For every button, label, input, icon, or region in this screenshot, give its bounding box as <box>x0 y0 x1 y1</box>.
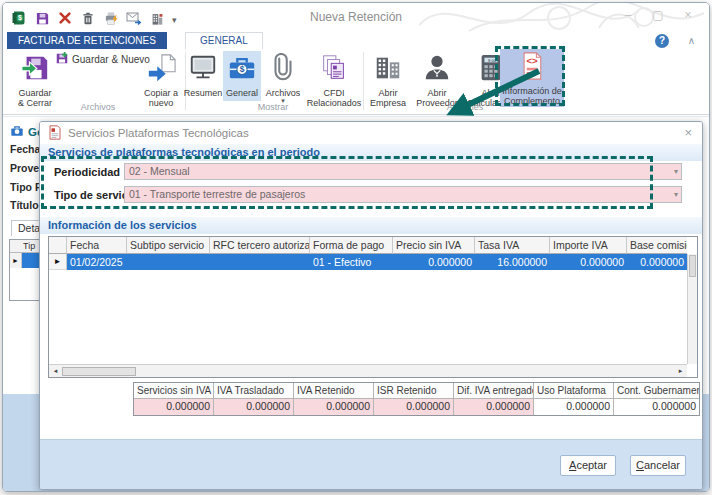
group-label-mostrar: Mostrar <box>218 102 328 112</box>
guardar-cerrar-button[interactable]: Guardar & Cerrar <box>9 51 61 101</box>
help-icon[interactable]: ? <box>655 34 669 48</box>
cell-precio-sin-iva[interactable]: 0.000000 <box>393 254 475 270</box>
window-controls: – ▢ × <box>621 8 695 22</box>
background-grid: Tip ► <box>9 239 39 301</box>
abrir-proveedor-button[interactable]: Abrir Proveedor <box>411 51 463 101</box>
grid-header-row: Fecha Subtipo servicio RFC tercero autor… <box>49 237 697 254</box>
grid-row-selected[interactable]: ► 01/02/2025 01 - Efectivo 0.000000 16.0… <box>49 254 697 270</box>
vertical-scrollbar[interactable] <box>687 254 697 364</box>
save-close-icon <box>20 53 50 87</box>
col-fecha[interactable]: Fecha <box>67 237 127 254</box>
col-forma-pago[interactable]: Forma de pago <box>310 237 393 254</box>
svg-text:<>: <> <box>526 55 538 66</box>
cell-base-comision[interactable]: 0.000000 <box>627 254 687 270</box>
paperclip-icon <box>268 53 298 87</box>
aceptar-button[interactable]: Aceptar <box>560 455 616 476</box>
total-iva-retenido: 0.000000 <box>294 399 374 415</box>
row-selector-arrow: ► <box>49 254 67 270</box>
total-col-servicios-sin-iva: Servicios sin IVA <box>134 383 214 399</box>
abrir-empresa-button[interactable]: Abrir Empresa <box>365 51 411 101</box>
maximize-button[interactable]: ▢ <box>651 8 665 22</box>
informacion-complemento-label: Información de Complemento <box>502 86 562 106</box>
svg-text:8:00: 8:00 <box>488 58 497 63</box>
periodicidad-combo[interactable]: 02 - Mensual ▾ <box>124 163 682 180</box>
total-servicios-sin-iva: 0.000000 <box>134 399 214 415</box>
cell-rfc[interactable] <box>210 254 310 270</box>
services-grid: Fecha Subtipo servicio RFC tercero autor… <box>48 236 698 378</box>
ribbon-tab-row: FACTURA DE RETENCIONES GENERAL ? ∧ <box>3 32 709 49</box>
totals-value-row: 0.000000 0.000000 0.000000 0.000000 0.00… <box>134 399 699 415</box>
field-label-fecha: Fecha <box>10 143 40 155</box>
resumen-label: Resumen <box>184 88 223 98</box>
building-icon <box>373 53 403 87</box>
total-isr-retenido: 0.000000 <box>374 399 454 415</box>
dialog-footer: Aceptar Cancelar <box>40 439 702 489</box>
total-uso-plataforma[interactable]: 0.000000 <box>534 399 614 415</box>
totals-table: Servicios sin IVA IVA Trasladado IVA Ret… <box>133 382 700 416</box>
col-importe-iva[interactable]: Importe IVA <box>550 237 627 254</box>
cell-importe-iva[interactable]: 0.000000 <box>550 254 627 270</box>
monitor-icon <box>188 53 218 87</box>
complement-code-document-icon: <> <box>518 51 546 85</box>
guardar-nuevo-button[interactable]: Guardar & Nuevo <box>55 51 150 67</box>
close-button[interactable]: × <box>681 8 695 22</box>
total-col-dif-iva-entregado: Dif. IVA entregado <box>454 383 534 399</box>
selected-cell[interactable] <box>22 253 39 268</box>
section-header-periodo: Servicios de plataformas tecnológicas en… <box>40 144 702 161</box>
archivos-button[interactable]: Archivos ▾ <box>261 51 305 101</box>
col-rfc[interactable]: RFC tercero autorizado <box>210 237 310 254</box>
grid-selector-header <box>49 237 67 254</box>
minimize-button[interactable]: – <box>621 8 635 22</box>
copiar-a-nuevo-button[interactable]: Copiar a nuevo <box>137 51 185 101</box>
tab-factura-de-retenciones[interactable]: FACTURA DE RETENCIONES <box>7 32 167 49</box>
total-dif-iva-entregado: 0.000000 <box>454 399 534 415</box>
chevron-down-icon: ▾ <box>674 192 678 198</box>
cfdi-relacionados-button[interactable]: CFDI Relacionados <box>305 51 363 101</box>
copy-to-new-icon <box>146 53 176 87</box>
total-col-isr-retenido: ISR Retenido <box>374 383 454 399</box>
scroll-right-icon[interactable]: ▸ <box>674 367 687 375</box>
tab-general[interactable]: GENERAL <box>185 32 263 49</box>
informacion-complemento-button[interactable]: <> Información de Complemento <box>500 49 564 107</box>
cell-forma-pago[interactable]: 01 - Efectivo <box>310 254 393 270</box>
row-selector-arrow: ► <box>10 253 22 268</box>
titlebar: $ ▾ Nueva Retención – ▢ <box>3 3 709 33</box>
group-label-archivos: Archivos <box>43 102 153 112</box>
total-iva-trasladado: 0.000000 <box>214 399 294 415</box>
cell-fecha[interactable]: 01/02/2025 <box>67 254 127 270</box>
abrir-empresa-label: Abrir Empresa <box>370 88 406 108</box>
servicios-plataformas-dialog: Servicios Plataformas Tecnológicas × Ser… <box>39 121 703 490</box>
scroll-left-icon[interactable]: ◂ <box>49 367 62 375</box>
dialog-title: Servicios Plataformas Tecnológicas <box>68 127 249 139</box>
background-grid-header: Tip <box>10 240 39 253</box>
background-grid-row[interactable]: ► <box>10 253 39 268</box>
horizontal-scrollbar[interactable]: ◂ ▸ <box>49 364 687 377</box>
tipo-servicio-combo[interactable]: 01 - Transporte terrestre de pasajeros ▾ <box>124 186 682 203</box>
section-header-servicios: Información de los servicios <box>40 217 702 234</box>
briefcase-icon: $ <box>227 53 257 87</box>
scrollbar-thumb[interactable] <box>689 255 696 277</box>
person-icon <box>422 53 452 87</box>
cell-subtipo[interactable] <box>127 254 210 270</box>
col-subtipo[interactable]: Subtipo servicio <box>127 237 210 254</box>
col-tasa-iva[interactable]: Tasa IVA <box>475 237 550 254</box>
periodicidad-value: 02 - Mensual <box>129 165 190 177</box>
col-base-comision[interactable]: Base comisión <box>627 237 687 254</box>
scrollbar-thumb[interactable] <box>62 367 136 376</box>
general-button[interactable]: $ General <box>223 51 261 101</box>
collapse-ribbon-icon[interactable]: ∧ <box>688 35 695 46</box>
total-cont-gubernamental[interactable]: 0.000000 <box>614 399 699 415</box>
dialog-titlebar: Servicios Plataformas Tecnológicas × <box>40 122 702 144</box>
chevron-down-icon: ▾ <box>674 169 678 175</box>
cell-tasa-iva[interactable]: 16.000000 <box>475 254 550 270</box>
cancelar-button[interactable]: Cancelar <box>630 455 686 476</box>
resumen-button[interactable]: Resumen <box>183 51 223 101</box>
field-label-titulo: Título <box>10 199 39 211</box>
group-mostrar: Resumen $ General Archivos ▾ CFDI Relaci <box>183 51 363 101</box>
ribbon: Guardar & Cerrar Guardar & Nuevo Copiar … <box>3 49 709 115</box>
col-precio-sin-iva[interactable]: Precio sin IVA <box>393 237 475 254</box>
window-title: Nueva Retención <box>3 10 709 24</box>
group-acciones: Abrir Empresa Abrir Proveedor 8:00 Abrir… <box>365 51 519 101</box>
total-col-cont-gubernamental: Cont. Gubernamental <box>614 383 699 399</box>
dialog-close-icon[interactable]: × <box>684 125 692 140</box>
